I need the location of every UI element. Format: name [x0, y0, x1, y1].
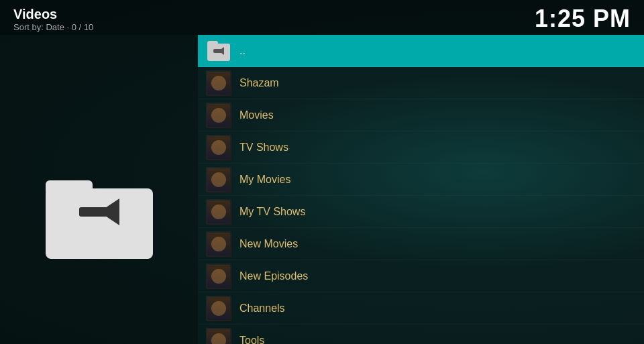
- page-title: Videos: [13, 6, 93, 22]
- tools-thumb: [206, 328, 231, 345]
- tv-shows-label: TV Shows: [239, 141, 288, 154]
- my-tv-shows-label: My TV Shows: [239, 206, 305, 218]
- new-movies-label: New Movies: [239, 238, 298, 250]
- back-icon: [206, 38, 231, 64]
- menu-item-shazam[interactable]: Shazam: [198, 67, 644, 99]
- shazam-label: Shazam: [239, 77, 279, 89]
- new-episodes-label: New Episodes: [239, 270, 308, 282]
- my-tv-shows-thumb: [206, 199, 231, 225]
- movies-label: Movies: [239, 109, 274, 121]
- menu-item-tools[interactable]: Tools: [198, 325, 644, 344]
- new-episodes-thumb: [206, 264, 231, 289]
- svg-rect-7: [213, 49, 224, 53]
- menu-panel: .. Shazam Movies TV Shows My Movies My T…: [198, 35, 644, 344]
- menu-item-my-tv-shows[interactable]: My TV Shows: [198, 196, 644, 228]
- main-content: .. Shazam Movies TV Shows My Movies My T…: [0, 35, 644, 344]
- tools-label: Tools: [239, 335, 264, 345]
- my-movies-label: My Movies: [239, 174, 290, 186]
- shazam-thumb: [206, 70, 231, 96]
- new-movies-thumb: [206, 231, 231, 257]
- back-label: ..: [239, 45, 246, 57]
- channels-thumb: [206, 296, 231, 321]
- movies-thumb: [206, 103, 231, 128]
- sort-info: Sort by: Date · 0 / 10: [13, 22, 93, 32]
- left-panel: [0, 35, 198, 344]
- menu-item-movies[interactable]: Movies: [198, 99, 644, 131]
- menu-item-back[interactable]: ..: [198, 35, 644, 67]
- menu-item-my-movies[interactable]: My Movies: [198, 164, 644, 196]
- svg-rect-0: [46, 188, 153, 259]
- my-movies-thumb: [206, 167, 231, 192]
- header: Videos Sort by: Date · 0 / 10 1:25 PM: [0, 0, 644, 35]
- svg-rect-1: [46, 180, 93, 195]
- menu-item-new-episodes[interactable]: New Episodes: [198, 260, 644, 292]
- channels-label: Channels: [239, 302, 285, 314]
- svg-rect-5: [207, 41, 218, 46]
- menu-item-tv-shows[interactable]: TV Shows: [198, 131, 644, 164]
- svg-rect-3: [79, 207, 119, 217]
- tv-shows-thumb: [206, 135, 231, 160]
- menu-item-channels[interactable]: Channels: [198, 292, 644, 325]
- folder-back-icon: [42, 162, 156, 262]
- header-left: Videos Sort by: Date · 0 / 10: [13, 6, 93, 32]
- clock-display: 1:25 PM: [535, 5, 631, 33]
- menu-item-new-movies[interactable]: New Movies: [198, 228, 644, 260]
